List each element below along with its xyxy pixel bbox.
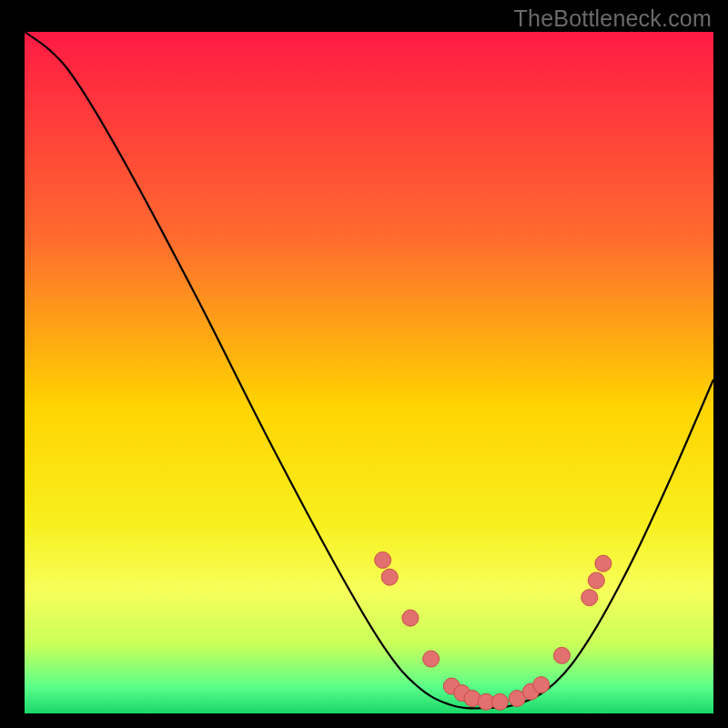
watermark-text: TheBottleneck.com xyxy=(514,5,712,32)
plot-background xyxy=(25,32,713,713)
curve-marker xyxy=(581,590,598,606)
curve-marker xyxy=(375,551,391,568)
curve-marker xyxy=(381,569,398,585)
curve-marker xyxy=(553,647,570,663)
curve-marker xyxy=(491,693,508,710)
curve-marker xyxy=(533,677,550,693)
curve-marker xyxy=(595,555,612,571)
curve-marker xyxy=(423,651,440,667)
curve-marker xyxy=(588,572,604,589)
curve-marker xyxy=(402,610,419,626)
bottleneck-chart xyxy=(0,0,728,728)
